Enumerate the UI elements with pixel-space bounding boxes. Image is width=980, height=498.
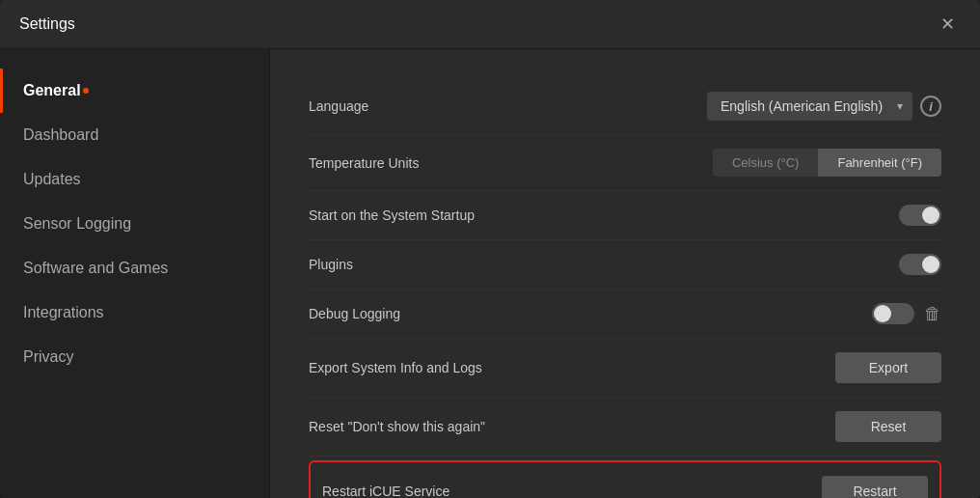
export-row: Export System Info and Logs Export [309, 339, 941, 398]
title-bar: Settings ✕ [0, 0, 980, 49]
restart-label: Restart iCUE Service [322, 484, 449, 498]
close-button[interactable]: ✕ [935, 14, 961, 35]
sidebar-item-integrations[interactable]: Integrations [0, 290, 269, 335]
debug-label: Debug Logging [309, 306, 400, 321]
debug-controls: 🗑 [872, 303, 941, 324]
active-indicator [83, 88, 89, 94]
sidebar-item-general[interactable]: General [0, 69, 269, 113]
language-label: Language [309, 98, 368, 114]
reset-row: Reset "Don't show this again" Reset [309, 398, 941, 456]
content-area: General Dashboard Updates Sensor Logging… [0, 49, 980, 498]
celsius-option[interactable]: Celsius (°C) [713, 149, 818, 177]
fahrenheit-option[interactable]: Fahrenheit (°F) [818, 149, 941, 177]
main-content: Language English (American English) ▾ i … [270, 49, 980, 498]
window-title: Settings [19, 15, 75, 33]
debug-toggle[interactable] [872, 303, 914, 324]
temp-units-label: Temperature Units [309, 155, 419, 171]
plugins-label: Plugins [309, 257, 353, 272]
startup-label: Start on the System Startup [309, 208, 475, 223]
info-icon[interactable]: i [920, 96, 941, 117]
plugins-toggle[interactable] [899, 254, 941, 275]
debug-row: Debug Logging 🗑 [309, 290, 941, 339]
restart-button[interactable]: Restart [822, 476, 928, 498]
toggle-knob [922, 207, 939, 224]
language-row: Language English (American English) ▾ i [309, 78, 941, 135]
export-label: Export System Info and Logs [309, 360, 482, 375]
settings-window: Settings ✕ General Dashboard Updates Sen… [0, 0, 980, 498]
export-button[interactable]: Export [835, 352, 941, 383]
plugins-row: Plugins [309, 240, 941, 290]
trash-icon[interactable]: 🗑 [924, 304, 941, 324]
sidebar-item-dashboard[interactable]: Dashboard [0, 113, 269, 157]
language-dropdown[interactable]: English (American English) [707, 92, 912, 121]
language-dropdown-wrapper: English (American English) ▾ [707, 92, 912, 121]
startup-row: Start on the System Startup [309, 191, 941, 240]
language-control: English (American English) ▾ i [707, 92, 941, 121]
startup-toggle[interactable] [899, 205, 941, 226]
reset-button[interactable]: Reset [835, 411, 941, 442]
reset-label: Reset "Don't show this again" [309, 419, 485, 434]
sidebar-item-privacy[interactable]: Privacy [0, 335, 269, 379]
sidebar-item-software-games[interactable]: Software and Games [0, 246, 269, 290]
sidebar-item-sensor-logging[interactable]: Sensor Logging [0, 202, 269, 246]
sidebar-item-updates[interactable]: Updates [0, 157, 269, 202]
temp-toggle: Celsius (°C) Fahrenheit (°F) [713, 149, 941, 177]
restart-row: Restart iCUE Service Restart [309, 460, 941, 498]
toggle-knob [922, 256, 939, 273]
temp-units-row: Temperature Units Celsius (°C) Fahrenhei… [309, 135, 941, 191]
sidebar: General Dashboard Updates Sensor Logging… [0, 49, 270, 498]
toggle-knob [874, 305, 891, 322]
